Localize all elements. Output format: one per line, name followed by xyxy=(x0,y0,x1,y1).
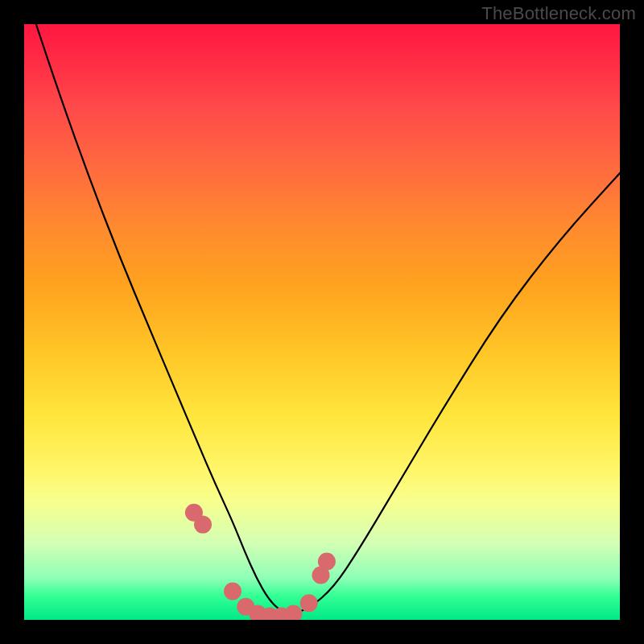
highlight-dot xyxy=(194,516,212,534)
highlight-dot xyxy=(224,582,242,600)
highlight-dot xyxy=(284,605,302,620)
watermark-text: TheBottleneck.com xyxy=(481,3,636,24)
plot-area xyxy=(24,24,620,620)
curve-svg xyxy=(24,24,620,620)
highlight-dot xyxy=(300,594,318,612)
highlight-dot xyxy=(318,552,336,570)
chart-frame: TheBottleneck.com xyxy=(0,0,644,644)
marker-group xyxy=(185,504,336,620)
bottleneck-curve xyxy=(36,24,620,613)
